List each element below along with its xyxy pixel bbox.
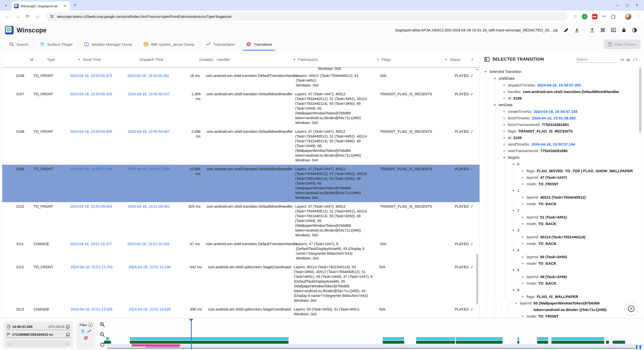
collapse-filter-icon[interactable]: ▲ <box>88 323 93 327</box>
tree-node-layerid[interactable]: layerId:47 (Task=1#47) <box>484 174 642 181</box>
expand-collapse-icon[interactable]: ▼ <box>484 68 489 75</box>
tree-node-mode[interactable]: mode:TO_BACK <box>484 201 642 207</box>
transitions-filter-icon[interactable] <box>84 335 89 340</box>
nanosecond-time-field[interactable]: 1713469857205164013 ns <box>6 331 71 338</box>
next-frame-icon[interactable]: › <box>67 342 68 346</box>
documentation-book-icon[interactable] <box>609 26 618 35</box>
column-header-flags[interactable]: Flags▼ <box>382 57 450 62</box>
window-minimize-icon[interactable]: — <box>616 3 619 7</box>
tree-node-4[interactable]: ▼4 <box>484 247 642 254</box>
tab-window-manager-dump[interactable]: Window Manager Dump <box>78 38 138 51</box>
tree-node-mode[interactable]: mode:TO_BACK <box>484 221 642 227</box>
tree-node-handler[interactable]: handler:com.android.wm.shell.transition.… <box>484 89 642 95</box>
expand-collapse-icon[interactable]: ▼ <box>512 247 517 254</box>
dark-mode-toggle-icon[interactable] <box>630 26 639 35</box>
reload-icon[interactable]: ⟳ <box>24 13 32 21</box>
browser-tab[interactable]: Winscope | bugreport-ak ✕ <box>12 2 70 11</box>
transactions-segment[interactable] <box>416 341 455 344</box>
surface-flinger-segment[interactable] <box>106 337 109 340</box>
scroll-to-top-button[interactable] <box>625 302 638 315</box>
table-row-3111[interactable]: 3111CHANGE2024-04-18, 15:51:10.3772024-0… <box>2 240 479 263</box>
filter-chevron-icon[interactable]: ▼ <box>445 58 450 61</box>
home-icon[interactable]: ⌂ <box>34 13 42 21</box>
frame-step-bar[interactable]: ‹ › <box>6 340 71 347</box>
profile-avatar[interactable] <box>625 13 631 20</box>
cell-send-time[interactable]: 2024-04-18, 15:51:09.454 <box>70 204 128 238</box>
transactions-segment[interactable] <box>606 341 609 344</box>
filter-chevron-icon[interactable]: ▼ <box>293 58 298 61</box>
tree-node-0[interactable]: ▼0 <box>484 161 642 168</box>
transactions-segment[interactable] <box>613 341 625 344</box>
column-header-disp[interactable]: Dispatch Time <box>139 57 196 62</box>
tab-ime-system-server-dump[interactable]: IME system_server Dump <box>138 38 200 51</box>
tree-node-mode[interactable]: mode:TO_FRONT <box>484 181 642 187</box>
timeline-cursor-line[interactable] <box>191 319 192 349</box>
expand-collapse-icon[interactable]: ▼ <box>512 267 517 274</box>
cell-dispatch-time[interactable]: 2024-04-18, 15:50:54.007 <box>128 129 186 163</box>
back-icon[interactable]: ← <box>4 13 12 21</box>
expand-collapse-icon[interactable]: ▼ <box>494 75 499 82</box>
window-maximize-icon[interactable]: ▢ <box>626 3 629 7</box>
tree-node-flags[interactable]: flags:TRANSIT_FLAG_IS_RECENTS <box>484 128 642 135</box>
tree-node-finishtimens[interactable]: finishTimeNs:2024-04-18, 15:51:08.082 <box>484 115 642 121</box>
cell-send-time[interactable]: 2024-04-18, 15:51:10.377 <box>70 242 127 261</box>
tree-node-layerid[interactable]: layerId:65 (WallpaperWindowToken{87b6d66… <box>484 300 642 313</box>
cell-send-time[interactable]: 2024-04-18, 15:51:13.153 <box>70 265 129 303</box>
site-settings-icon[interactable] <box>50 14 54 19</box>
tab-search-chevron-icon[interactable]: ▾ <box>3 2 10 9</box>
table-row-3112[interactable]: 3112TO_FRONT2024-04-18, 15:51:13.1532024… <box>2 263 479 305</box>
scrollbar-up-arrow-icon[interactable]: ▲ <box>475 68 479 71</box>
table-row-3106[interactable]: 3106TO_FRONT2024-04-18, 15:50:50.3732024… <box>2 71 479 90</box>
transactions-segment[interactable] <box>104 341 111 344</box>
tree-node-flags[interactable]: flags:FLAG_IS_WALLPAPER <box>484 293 642 300</box>
transactions-filter-icon[interactable] <box>87 329 92 334</box>
timeline-bookmark-tick[interactable] <box>636 345 637 349</box>
cell-send-time[interactable]: 2024-04-18, 15:50:57.194 <box>70 167 128 200</box>
forward-icon[interactable]: → <box>14 13 22 21</box>
bookmark-star-icon[interactable]: ☆ <box>573 14 577 19</box>
whole-word-icon[interactable]: ab, <box>626 58 631 61</box>
cell-send-time[interactable]: 2024-04-18, 15:51:13.326 <box>70 307 129 317</box>
filter-chevron-icon[interactable]: ▼ <box>78 58 83 61</box>
column-header-status[interactable]: Status▼ <box>450 57 479 62</box>
screenshot-scissors-icon[interactable]: ✂ <box>602 14 606 19</box>
tree-node-mode[interactable]: mode:TO_BACK <box>484 280 642 287</box>
human-time-field[interactable]: 15:50:57.205 UTC-04:00 <box>6 323 71 330</box>
surface-flinger-segment[interactable] <box>416 337 455 340</box>
cell-send-time[interactable]: 2024-04-18, 15:50:54.000 <box>70 129 128 163</box>
table-row-3109[interactable]: 3109TO_FRONT2024-04-18, 15:50:57.1942024… <box>2 165 479 202</box>
surface-flinger-segment[interactable] <box>537 337 548 340</box>
extensions-puzzle-icon[interactable] <box>611 14 616 19</box>
timeline-canvas[interactable] <box>107 318 644 350</box>
surface-flinger-segment[interactable] <box>517 337 519 340</box>
tree-node-shelldata[interactable]: ▼shellData <box>484 75 642 82</box>
extension-video-icon[interactable]: ▶▶ <box>592 14 597 19</box>
transactions-segment[interactable] <box>551 341 604 344</box>
report-bug-icon[interactable] <box>619 26 628 35</box>
timeline-horizontal-scrollbar[interactable] <box>107 347 635 349</box>
cell-send-time[interactable]: 2024-04-18, 15:50:50.419 <box>70 92 128 125</box>
extension-check-icon[interactable]: ✓ <box>582 14 587 19</box>
tab-search[interactable]: Search <box>4 38 34 51</box>
transactions-segment[interactable] <box>537 341 548 344</box>
address-bar[interactable]: winscope.teams.x20web.corp.google.com/pr… <box>46 12 568 21</box>
browser-menu-kebab-icon[interactable]: ⋮ <box>636 14 640 19</box>
tree-node-layerid[interactable]: layerId:50 (Task=3#50) <box>484 254 642 260</box>
filter-chevron-icon[interactable]: ▼ <box>471 58 476 61</box>
surface-flinger-segment[interactable] <box>551 337 604 340</box>
table-row-3108[interactable]: 3108TO_FRONT2024-04-18, 15:50:54.0002024… <box>2 127 479 165</box>
surface-flinger-segment[interactable] <box>130 337 289 340</box>
tree-node-layerid[interactable]: layerId:51 (Task=4#51) <box>484 214 642 221</box>
expand-collapse-icon[interactable]: ▼ <box>512 227 517 234</box>
tree-node-selected-transition[interactable]: ▼Selected Transition <box>484 68 642 75</box>
tree-node-targets[interactable]: ▼targets <box>484 154 642 161</box>
tree-node-id[interactable]: id:3109 <box>484 95 642 102</box>
table-row-3110[interactable]: 3110TO_FRONT2024-04-18, 15:51:09.4542024… <box>2 202 479 240</box>
panel-scrollbar[interactable] <box>639 67 641 316</box>
window-close-icon[interactable]: ✕ <box>635 3 638 7</box>
table-row-3107[interactable]: 3107TO_FRONT2024-04-18, 15:50:50.4192024… <box>2 90 479 127</box>
cell-send-time[interactable]: 2024-04-18, 15:50:50.373 <box>70 73 127 88</box>
cell-dispatch-time[interactable]: 2024-04-18, 15:51:09.461 <box>128 204 186 238</box>
tree-node-flags[interactable]: flags:FLAG_MOVED_TO_TOP | FLAG_SHOW_WALL… <box>484 168 642 174</box>
download-icon[interactable] <box>572 26 581 35</box>
